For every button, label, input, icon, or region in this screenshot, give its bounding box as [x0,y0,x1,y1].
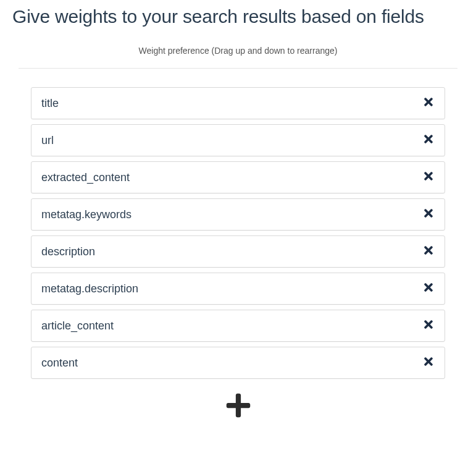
close-icon [422,244,435,259]
field-label: content [41,357,78,370]
field-list: title url extracted_content [19,87,457,379]
add-field-button[interactable] [223,391,254,422]
remove-field-button[interactable] [422,281,435,296]
close-icon [422,96,435,111]
field-label: description [41,245,95,258]
close-icon [422,170,435,185]
field-item[interactable]: title [31,87,445,119]
field-label: metatag.description [41,282,138,295]
close-icon [422,318,435,333]
field-item[interactable]: extracted_content [31,161,445,193]
close-icon [422,207,435,222]
remove-field-button[interactable] [422,355,435,370]
field-item[interactable]: metatag.keywords [31,198,445,231]
remove-field-button[interactable] [422,133,435,148]
remove-field-button[interactable] [422,170,435,185]
close-icon [422,281,435,296]
field-label: title [41,97,59,110]
field-item[interactable]: metatag.description [31,273,445,305]
close-icon [422,355,435,370]
field-item[interactable]: description [31,235,445,268]
remove-field-button[interactable] [422,318,435,333]
remove-field-button[interactable] [422,207,435,222]
remove-field-button[interactable] [422,244,435,259]
plus-icon [225,392,252,422]
subtitle: Weight preference (Drag up and down to r… [19,46,457,69]
field-item[interactable]: url [31,124,445,156]
page-title: Give weights to your search results base… [12,6,464,27]
field-label: article_content [41,320,114,333]
close-icon [422,133,435,148]
field-item[interactable]: article_content [31,310,445,342]
field-label: extracted_content [41,171,130,184]
remove-field-button[interactable] [422,96,435,111]
field-item[interactable]: content [31,347,445,379]
field-label: metatag.keywords [41,208,132,221]
field-label: url [41,134,54,147]
